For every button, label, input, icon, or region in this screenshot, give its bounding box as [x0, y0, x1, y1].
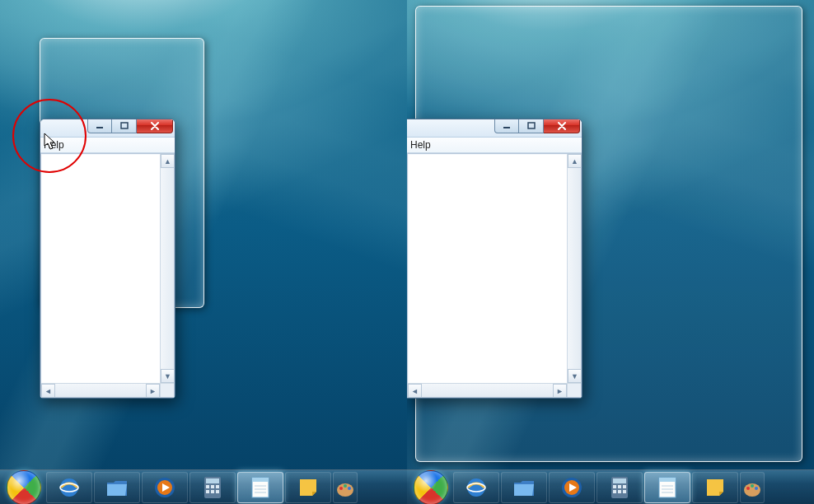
taskbar-mediaplayer[interactable] — [549, 472, 595, 503]
media-icon — [152, 475, 177, 500]
svg-rect-1 — [121, 123, 128, 128]
svg-point-43 — [746, 487, 750, 490]
scrollbar-vertical[interactable]: ▲ ▼ — [567, 154, 581, 383]
svg-rect-36 — [623, 490, 626, 493]
media-icon — [559, 475, 584, 500]
taskbar-ie[interactable] — [46, 472, 92, 503]
notepad-icon — [655, 475, 680, 500]
svg-rect-33 — [623, 485, 626, 488]
taskbar-mediaplayer[interactable] — [142, 472, 188, 503]
menu-help[interactable]: Help — [410, 139, 431, 151]
taskbar-calculator[interactable] — [189, 472, 236, 503]
svg-point-21 — [344, 484, 347, 488]
scroll-left-button[interactable]: ◄ — [408, 384, 422, 398]
titlebar[interactable] — [407, 119, 582, 138]
scroll-left-button[interactable]: ◄ — [41, 384, 55, 398]
taskbar-calculator[interactable] — [596, 472, 643, 503]
svg-rect-23 — [503, 127, 510, 128]
notepad-icon — [248, 475, 273, 500]
text-area[interactable]: ▲ ▼ ◄ ► — [40, 153, 175, 398]
sticky-icon — [703, 475, 727, 500]
svg-rect-13 — [216, 490, 219, 493]
taskbar — [0, 469, 407, 504]
start-button[interactable] — [414, 470, 448, 505]
menubar: Help — [407, 138, 582, 153]
svg-point-22 — [348, 487, 351, 490]
close-button[interactable] — [137, 119, 173, 133]
taskbar-stickynotes[interactable] — [692, 472, 738, 503]
scrollbar-horizontal[interactable]: ◄ ► — [41, 383, 160, 397]
svg-rect-31 — [613, 485, 616, 488]
notepad-window-right[interactable]: Help ▲ ▼ ◄ ► — [407, 119, 582, 399]
scroll-down-button[interactable]: ▼ — [161, 369, 175, 383]
folder-icon — [512, 475, 536, 500]
desktop-right: Help ▲ ▼ ◄ ► — [407, 0, 814, 504]
taskbar-notepad[interactable] — [644, 472, 690, 503]
start-button[interactable] — [7, 470, 41, 505]
svg-rect-15 — [252, 478, 269, 482]
svg-rect-35 — [618, 490, 621, 493]
maximize-button[interactable] — [112, 119, 137, 133]
taskbar-stickynotes[interactable] — [285, 472, 331, 503]
svg-rect-34 — [613, 490, 616, 493]
paint-icon — [334, 475, 357, 500]
taskbar-ie[interactable] — [453, 472, 499, 503]
svg-rect-9 — [211, 485, 214, 488]
resize-grip[interactable] — [160, 383, 174, 397]
svg-rect-0 — [96, 127, 103, 128]
svg-rect-30 — [613, 478, 626, 483]
notepad-window[interactable]: Help ▲ ▼ ◄ ► — [40, 119, 175, 399]
svg-point-45 — [755, 487, 758, 490]
ie-icon — [57, 475, 82, 500]
taskbar-explorer[interactable] — [94, 472, 140, 503]
taskbar — [407, 469, 814, 504]
calc-icon — [200, 475, 225, 500]
desktop-left: Help ▲ ▼ ◄ ► — [0, 0, 407, 504]
svg-point-44 — [751, 484, 754, 488]
scroll-up-button[interactable]: ▲ — [161, 154, 175, 168]
text-area[interactable]: ▲ ▼ ◄ ► — [407, 153, 582, 398]
scroll-right-button[interactable]: ► — [146, 384, 160, 398]
svg-rect-11 — [206, 490, 209, 493]
scroll-right-button[interactable]: ► — [553, 384, 567, 398]
resize-grip[interactable] — [567, 383, 581, 397]
scrollbar-vertical[interactable]: ▲ ▼ — [160, 154, 174, 383]
svg-point-20 — [339, 487, 343, 490]
svg-rect-38 — [659, 478, 676, 482]
svg-rect-24 — [528, 123, 535, 128]
maximize-button[interactable] — [519, 119, 544, 133]
maximize-icon — [527, 122, 536, 129]
menubar: Help — [40, 138, 175, 153]
svg-point-2 — [60, 478, 78, 497]
minimize-button[interactable] — [494, 119, 519, 133]
close-icon — [557, 122, 567, 130]
taskbar-paint[interactable] — [740, 472, 765, 503]
close-button[interactable] — [544, 119, 580, 133]
scroll-down-button[interactable]: ▼ — [568, 369, 582, 383]
svg-rect-12 — [211, 490, 214, 493]
scroll-up-button[interactable]: ▲ — [568, 154, 582, 168]
svg-rect-10 — [216, 485, 219, 488]
scrollbar-horizontal[interactable]: ◄ ► — [408, 383, 567, 397]
close-icon — [150, 122, 160, 130]
window-controls — [494, 119, 580, 133]
svg-rect-8 — [206, 485, 209, 488]
taskbar-explorer[interactable] — [501, 472, 547, 503]
window-controls — [87, 119, 173, 133]
svg-point-25 — [467, 478, 485, 497]
minimize-icon — [503, 123, 511, 129]
ie-icon — [464, 475, 489, 500]
svg-rect-7 — [206, 478, 219, 483]
taskbar-notepad[interactable] — [237, 472, 283, 503]
minimize-icon — [96, 123, 104, 129]
svg-rect-32 — [618, 485, 621, 488]
calc-icon — [607, 475, 632, 500]
sticky-icon — [296, 475, 320, 500]
minimize-button[interactable] — [87, 119, 112, 133]
paint-icon — [741, 475, 764, 500]
menu-help[interactable]: Help — [44, 139, 64, 151]
folder-icon — [105, 475, 129, 500]
maximize-icon — [120, 122, 129, 129]
titlebar[interactable] — [40, 119, 175, 138]
taskbar-paint[interactable] — [333, 472, 358, 503]
